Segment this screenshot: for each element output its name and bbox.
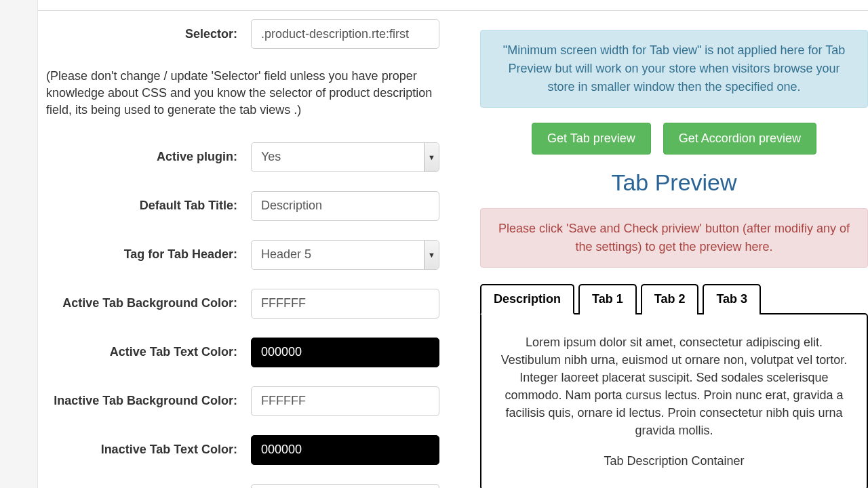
default-tab-title-input[interactable] xyxy=(251,191,439,221)
inactive-text-input[interactable] xyxy=(251,435,439,465)
tab-content: Lorem ipsum dolor sit amet, consectetur … xyxy=(480,313,868,488)
tab-content-label: Tab Description Container xyxy=(495,452,853,470)
tab-preview-heading: Tab Preview xyxy=(480,169,868,196)
chevron-down-icon: ▼ xyxy=(424,241,439,269)
inactive-text-label: Inactive Tab Text Color: xyxy=(46,443,251,457)
warning-alert: Please click 'Save and Check priview' bu… xyxy=(480,208,868,268)
active-plugin-value: Yes xyxy=(252,143,424,171)
active-text-label: Active Tab Text Color: xyxy=(46,345,251,359)
get-accordion-preview-button[interactable]: Get Accordion preview xyxy=(663,123,816,155)
tag-tab-header-label: Tag for Tab Header: xyxy=(46,247,251,262)
main-panel: Selector: (Please don't change / update … xyxy=(38,0,868,488)
preview-panel: "Minimum screen width for Tab view" is n… xyxy=(461,19,868,488)
tag-tab-header-select[interactable]: Header 5 ▼ xyxy=(251,240,439,270)
get-tab-preview-button[interactable]: Get Tab preview xyxy=(532,123,651,155)
selector-help-text: (Please don't change / update 'Selector'… xyxy=(46,68,461,119)
inactive-bg-label: Inactive Tab Background Color: xyxy=(46,394,251,408)
selector-label: Selector: xyxy=(46,27,251,41)
top-tabs-edge xyxy=(38,8,868,11)
selector-input[interactable] xyxy=(251,19,439,49)
tab-list: Description Tab 1 Tab 2 Tab 3 xyxy=(480,283,868,313)
inactive-bg-input[interactable] xyxy=(251,386,439,416)
tab-1[interactable]: Tab 1 xyxy=(578,284,637,314)
settings-form: Selector: (Please don't change / update … xyxy=(46,19,461,488)
left-sidebar-stripe xyxy=(0,0,38,488)
tab-2[interactable]: Tab 2 xyxy=(641,284,699,314)
border-radius-input[interactable] xyxy=(251,484,439,488)
active-plugin-select[interactable]: Yes ▼ xyxy=(251,142,439,172)
active-text-input[interactable] xyxy=(251,338,439,367)
active-bg-label: Active Tab Background Color: xyxy=(46,296,251,310)
tab-content-text: Lorem ipsum dolor sit amet, consectetur … xyxy=(495,333,853,440)
active-plugin-label: Active plugin: xyxy=(46,150,251,164)
tab-description[interactable]: Description xyxy=(480,284,574,314)
info-alert: "Minimum screen width for Tab view" is n… xyxy=(480,30,868,108)
tab-3[interactable]: Tab 3 xyxy=(703,284,761,314)
chevron-down-icon: ▼ xyxy=(424,143,439,171)
default-tab-title-label: Default Tab Title: xyxy=(46,199,251,213)
active-bg-input[interactable] xyxy=(251,289,439,319)
tab-preview: Description Tab 1 Tab 2 Tab 3 Lorem ipsu… xyxy=(480,283,868,488)
tag-tab-header-value: Header 5 xyxy=(252,241,424,269)
